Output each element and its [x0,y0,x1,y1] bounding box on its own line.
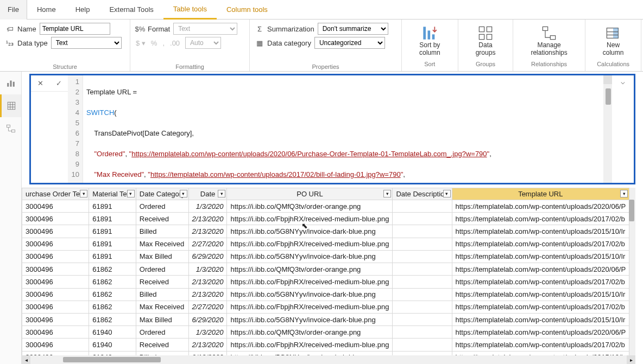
table-row[interactable]: 300049661891Billed2/13/2020https://i.ibb… [22,225,629,238]
svg-rect-4 [487,27,491,32]
table-row[interactable]: 300049661891Ordered1/3/2020https://i.ibb… [22,200,629,213]
data-groups-button[interactable]: Data groups [467,23,505,58]
tab-help[interactable]: Help [66,0,100,20]
tag-icon: 🏷 [5,24,14,33]
ribbon-group-formatting: $% Format Text $ ▾ % , .00 Auto Formatti… [130,20,250,71]
filter-icon[interactable]: ▾ [127,190,135,197]
table-row[interactable]: 300049661862Billed2/13/2020https://i.ibb… [22,288,629,301]
col-date-description[interactable]: Date Description▾ [393,188,452,200]
table-row[interactable]: 300049661940Ordered1/3/2020https://i.ibb… [22,326,629,339]
table-row[interactable]: 300049661940Received2/13/2020https://i.i… [22,339,629,351]
datatype-select[interactable]: Text [51,37,122,49]
col-date-category[interactable]: Date Category▾ [136,188,188,200]
grid-vertical-scrollbar[interactable] [629,188,635,364]
report-view-button[interactable] [0,72,21,94]
table-row[interactable]: 300049661862Ordered1/3/2020https://i.ibb… [22,263,629,276]
data-grid-wrap: urchase Order Text▾ Material Text▾ Date … [22,188,635,364]
filter-icon[interactable]: ▾ [443,190,451,197]
grid-horizontal-scrollbar[interactable]: ◂ ▸ [22,355,635,364]
relationships-icon [541,25,557,41]
col-purchase-order-text[interactable]: urchase Order Text▾ [22,188,89,200]
svg-rect-2 [432,35,435,40]
filter-icon[interactable]: ▾ [383,190,391,197]
col-po-url[interactable]: PO URL▾ [227,188,393,200]
table-row[interactable]: 300049661891Max Billed6/29/2020https://i… [22,250,629,263]
svg-rect-5 [479,35,484,40]
line-gutter: 12345678910 [68,75,83,183]
ribbon: 🏷 Name ¹₂₃ Data type Text Structure $% F… [0,20,643,72]
formula-collapse-button[interactable]: ⌵ [612,75,634,183]
data-groups-icon [478,25,493,41]
formula-editor[interactable]: 12345678910 Template URL = SWITCH( Trans… [68,75,603,183]
new-column-icon [606,25,621,41]
relationships-label: Manage relationships [531,42,567,56]
summarization-select[interactable]: Don't summarize [318,23,388,35]
ribbon-group-structure: 🏷 Name ¹₂₃ Data type Text Structure [0,20,130,71]
manage-relationships-button[interactable]: Manage relationships [522,23,576,58]
group-label-formatting: Formatting [136,62,244,70]
formula-bar: ✕ ✓ 12345678910 Template URL = SWITCH( T… [29,74,635,184]
filter-icon[interactable]: ▾ [180,190,187,197]
table-row[interactable]: 300049661862Received2/13/2020https://i.i… [22,276,629,288]
svg-rect-8 [550,36,555,40]
group-label-calculations: Calculations [597,60,629,67]
datatype-label: Data type [17,39,48,47]
filter-icon[interactable]: ▾ [218,190,225,197]
format-icon: $% [136,24,144,33]
view-sidebar [0,72,22,364]
category-icon: ▦ [255,39,264,47]
name-input[interactable] [40,23,110,35]
ribbon-group-sort: Sort by column Sort [402,20,458,71]
tab-table-tools[interactable]: Table tools [163,0,217,20]
summarization-label: Summarization [267,25,314,33]
tab-external-tools[interactable]: External Tools [99,0,163,20]
filter-icon[interactable]: ▾ [80,190,87,197]
data-view-button[interactable] [0,94,21,117]
data-grid[interactable]: urchase Order Text▾ Material Text▾ Date … [22,188,629,364]
svg-rect-6 [487,35,491,40]
formula-commit-button[interactable]: ✓ [49,75,68,91]
svg-rect-15 [12,82,14,87]
formula-cancel-button[interactable]: ✕ [31,75,49,91]
comma-icon: , [162,39,165,47]
formula-scrollbar[interactable] [603,75,612,183]
filter-icon[interactable]: ▾ [620,190,628,197]
col-date[interactable]: Date▾ [188,188,227,200]
group-label-groups: Groups [476,60,495,67]
scroll-left-icon[interactable]: ◂ [22,355,30,364]
name-label: Name [17,25,36,33]
svg-rect-13 [7,83,9,87]
table-row[interactable]: 300049661891Received2/13/2020https://i.i… [22,213,629,225]
col-material-text[interactable]: Material Text▾ [89,188,136,200]
svg-rect-10 [613,28,618,39]
svg-rect-0 [424,27,426,40]
decimals-select: Auto [185,37,221,49]
svg-rect-3 [479,27,484,32]
svg-rect-1 [428,31,431,40]
decimal-icon: .00 [170,39,180,47]
ribbon-group-properties: Σ Summarization Don't summarize ▦ Data c… [250,20,402,71]
model-view-button[interactable] [0,117,21,140]
svg-rect-14 [10,81,11,87]
menubar: File Home Help External Tools Table tool… [0,0,643,20]
code-area[interactable]: Template URL = SWITCH( TransDatePivot[Da… [83,75,495,183]
ribbon-group-groups: Data groups Groups [458,20,514,71]
tab-home[interactable]: Home [27,0,66,20]
sort-by-column-button[interactable]: Sort by column [411,23,449,58]
svg-rect-22 [11,130,15,132]
data-category-select[interactable]: Uncategorized [314,37,385,49]
group-label-structure: Structure [5,62,124,70]
tab-file[interactable]: File [0,0,27,20]
percent-icon: % [151,39,157,47]
new-column-button[interactable]: New column [594,23,633,58]
table-row[interactable]: 300049661862Max Billed6/29/2020https://i… [22,313,629,325]
col-template-url[interactable]: Template URL▾ [452,188,629,200]
format-label: Format [148,25,170,33]
table-row[interactable]: 300049661862Max Received2/27/2020https:/… [22,301,629,313]
ribbon-group-relationships: Manage relationships Relationships [513,20,585,71]
tab-column-tools[interactable]: Column tools [217,0,278,20]
table-row[interactable]: 300049661891Max Received2/27/2020https:/… [22,238,629,250]
datatype-icon: ¹₂₃ [5,39,14,47]
scroll-right-icon[interactable]: ▸ [627,355,635,364]
header-row: urchase Order Text▾ Material Text▾ Date … [22,188,629,200]
